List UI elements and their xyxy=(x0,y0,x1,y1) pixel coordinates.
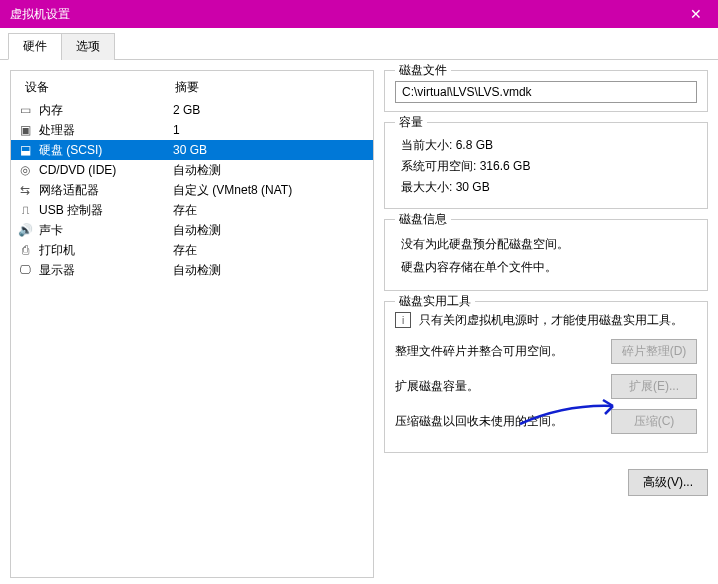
printer-icon: ⎙ xyxy=(17,242,33,258)
group-disk-info: 磁盘信息 没有为此硬盘预分配磁盘空间。 硬盘内容存储在单个文件中。 xyxy=(384,219,708,291)
advanced-button[interactable]: 高级(V)... xyxy=(628,469,708,496)
device-row-cpu[interactable]: ▣ 处理器 1 xyxy=(11,120,373,140)
network-icon: ⇆ xyxy=(17,182,33,198)
max-size: 最大大小: 30 GB xyxy=(401,179,697,196)
compact-button[interactable]: 压缩(C) xyxy=(611,409,697,434)
disk-file-path[interactable]: C:\virtual\LVS\LVS.vmdk xyxy=(395,81,697,103)
device-row-usb[interactable]: ⎍ USB 控制器 存在 xyxy=(11,200,373,220)
cpu-icon: ▣ xyxy=(17,122,33,138)
display-icon: 🖵 xyxy=(17,262,33,278)
disk-info-line2: 硬盘内容存储在单个文件中。 xyxy=(401,259,697,276)
memory-icon: ▭ xyxy=(17,102,33,118)
window-title: 虚拟机设置 xyxy=(10,6,70,23)
expand-label: 扩展磁盘容量。 xyxy=(395,378,479,395)
usb-icon: ⎍ xyxy=(17,202,33,218)
utils-tip: 只有关闭虚拟机电源时，才能使用磁盘实用工具。 xyxy=(419,312,683,329)
expand-button[interactable]: 扩展(E)... xyxy=(611,374,697,399)
group-disk-file: 磁盘文件 C:\virtual\LVS\LVS.vmdk xyxy=(384,70,708,112)
info-icon: i xyxy=(395,312,411,328)
device-row-network[interactable]: ⇆ 网络适配器 自定义 (VMnet8 (NAT) xyxy=(11,180,373,200)
cd-icon: ◎ xyxy=(17,162,33,178)
device-row-sound[interactable]: 🔊 声卡 自动检测 xyxy=(11,220,373,240)
free-space: 系统可用空间: 316.6 GB xyxy=(401,158,697,175)
disk-info-line1: 没有为此硬盘预分配磁盘空间。 xyxy=(401,236,697,253)
defrag-button[interactable]: 碎片整理(D) xyxy=(611,339,697,364)
device-table-header: 设备 摘要 xyxy=(11,75,373,100)
disk-icon: ⬓ xyxy=(17,142,33,158)
tab-bar: 硬件 选项 xyxy=(0,28,718,60)
current-size: 当前大小: 6.8 GB xyxy=(401,137,697,154)
group-disk-utils: 磁盘实用工具 i 只有关闭虚拟机电源时，才能使用磁盘实用工具。 整理文件碎片并整… xyxy=(384,301,708,453)
close-icon: ✕ xyxy=(690,6,702,22)
group-title-disk-utils: 磁盘实用工具 xyxy=(395,293,475,310)
group-title-disk-info: 磁盘信息 xyxy=(395,211,451,228)
group-title-capacity: 容量 xyxy=(395,114,427,131)
compact-label: 压缩磁盘以回收未使用的空间。 xyxy=(395,413,563,430)
close-button[interactable]: ✕ xyxy=(674,0,718,28)
tab-options[interactable]: 选项 xyxy=(61,33,115,60)
tab-hardware[interactable]: 硬件 xyxy=(8,33,62,60)
col-summary: 摘要 xyxy=(175,79,199,96)
defrag-label: 整理文件碎片并整合可用空间。 xyxy=(395,343,563,360)
group-capacity: 容量 当前大小: 6.8 GB 系统可用空间: 316.6 GB 最大大小: 3… xyxy=(384,122,708,209)
device-row-cddvd[interactable]: ◎ CD/DVD (IDE) 自动检测 xyxy=(11,160,373,180)
sound-icon: 🔊 xyxy=(17,222,33,238)
col-device: 设备 xyxy=(25,79,175,96)
device-row-disk[interactable]: ⬓ 硬盘 (SCSI) 30 GB xyxy=(11,140,373,160)
device-row-memory[interactable]: ▭ 内存 2 GB xyxy=(11,100,373,120)
device-table: 设备 摘要 ▭ 内存 2 GB ▣ 处理器 1 ⬓ 硬盘 (SCSI) 30 G… xyxy=(10,70,374,578)
device-row-display[interactable]: 🖵 显示器 自动检测 xyxy=(11,260,373,280)
group-title-disk-file: 磁盘文件 xyxy=(395,62,451,79)
device-row-printer[interactable]: ⎙ 打印机 存在 xyxy=(11,240,373,260)
